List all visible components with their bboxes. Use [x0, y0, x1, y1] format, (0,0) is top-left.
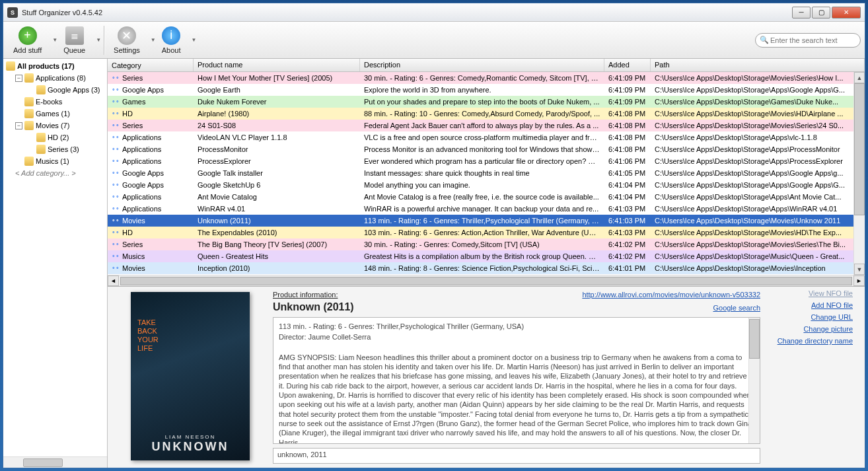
add-category-label: < Add category... > — [15, 169, 76, 177]
tree-item[interactable]: HD (2) — [3, 131, 107, 143]
table-row[interactable]: ∘∘Series24 S01-S08Federal Agent Jack Bau… — [108, 120, 865, 131]
main-column: Category Product name Description Added … — [108, 59, 865, 468]
settings-label: Settings — [114, 46, 140, 54]
detail-panel: TAKE BACK YOUR LIFE LIAM NEESON UNKNOWN … — [108, 286, 865, 468]
maximize-button[interactable]: ▢ — [812, 7, 830, 18]
body-area: All products (17) −Applications (8)Googl… — [3, 59, 865, 468]
table-row[interactable]: ∘∘ApplicationsWinRAR v4.01WinRAR is a po… — [108, 203, 865, 215]
settings-dropdown-icon[interactable]: ▼ — [151, 37, 156, 43]
cell-category: Google Apps — [122, 86, 164, 94]
tree-item[interactable]: Series (3) — [3, 143, 107, 155]
cell-path: C:\Users\Ice Apps\Desktop\Storage\Movies… — [651, 122, 865, 129]
row-icon: ∘∘ — [112, 110, 120, 117]
cell-path: C:\Users\Ice Apps\Desktop\Storage\Movies… — [651, 217, 865, 225]
table-row[interactable]: ∘∘GamesDuke Nukem ForeverPut on your sha… — [108, 96, 865, 108]
table-row[interactable]: ∘∘ApplicationsProcessExplorerEver wonder… — [108, 155, 865, 167]
tree-item[interactable]: Musics (1) — [3, 155, 107, 167]
table-row[interactable]: ∘∘ApplicationsProcessMonitorProcess Moni… — [108, 143, 865, 155]
add-stuff-button[interactable]: + Add stuff — [7, 24, 48, 56]
tree-item[interactable]: E-books — [3, 96, 107, 108]
table-row[interactable]: ∘∘SeriesThe Big Bang Theory [TV Series] … — [108, 238, 865, 250]
cell-added: 6:41:09 PM — [604, 86, 651, 94]
grid-hscrollbar[interactable]: ◄► — [108, 275, 865, 286]
tree-item[interactable]: Games (1) — [3, 108, 107, 120]
col-path[interactable]: Path — [651, 59, 865, 71]
col-product[interactable]: Product name — [194, 59, 360, 71]
table-row[interactable]: ∘∘MoviesInception (2010)148 min. - Ratin… — [108, 262, 865, 274]
col-added[interactable]: Added — [604, 59, 651, 71]
table-row[interactable]: ∘∘HDThe Expendables (2010)103 min. - Rat… — [108, 227, 865, 238]
add-nfo-link[interactable]: Add NFO file — [811, 301, 853, 309]
cell-added: 6:41:09 PM — [604, 74, 651, 82]
sidebar-scrollbar[interactable] — [3, 456, 107, 468]
cell-category: Movies — [122, 264, 145, 272]
search-input[interactable] — [770, 34, 855, 47]
cell-category: Google Apps — [122, 181, 164, 189]
expander-icon[interactable]: − — [15, 75, 22, 82]
product-url[interactable]: http://www.allrovi.com/movies/movie/unkn… — [582, 291, 760, 299]
tree-item[interactable]: Google Apps (3) — [3, 84, 107, 96]
queue-button[interactable]: ≣ Queue — [57, 24, 91, 56]
folder-icon — [24, 109, 34, 118]
table-row[interactable]: ∘∘SeriesHow I Met Your Mother [TV Series… — [108, 72, 865, 84]
titlebar: S Stuff Organizer v0.4.5.42 ─ ▢ ✕ — [3, 3, 865, 22]
about-label: About — [162, 46, 181, 54]
col-description[interactable]: Description — [360, 59, 604, 71]
grid-vscrollbar[interactable]: ▲▼ — [853, 72, 865, 275]
google-search-link[interactable]: Google search — [713, 304, 760, 312]
cell-product: Google Talk installer — [194, 169, 360, 177]
add-category[interactable]: < Add category... > — [3, 167, 107, 179]
about-dropdown-icon[interactable]: ▼ — [192, 37, 197, 43]
minimize-button[interactable]: ─ — [792, 7, 811, 18]
table-row[interactable]: ∘∘HDAirplane! (1980)88 min. - Rating: 10… — [108, 108, 865, 120]
tree-item[interactable]: −Movies (7) — [3, 120, 107, 131]
detail-meta2: Director: Jaume Collet-Serra — [279, 332, 754, 342]
folder-icon — [36, 133, 46, 142]
tree-item-label: E-books — [36, 98, 62, 106]
cell-added: 6:41:04 PM — [604, 181, 651, 189]
cell-path: C:\Users\Ice Apps\Desktop\Storage\Movies… — [651, 264, 865, 272]
cell-category: Musics — [122, 252, 145, 260]
change-url-link[interactable]: Change URL — [811, 313, 853, 321]
table-row[interactable]: ∘∘Google AppsGoogle SketchUp 6Model anyt… — [108, 179, 865, 191]
cell-description: VLC is a free and open source cross-plat… — [360, 133, 604, 141]
cell-path: C:\Users\Ice Apps\Desktop\Storage\Apps\v… — [651, 133, 865, 141]
description-box[interactable]: 113 min. - Rating: 6 - Genres: Thriller,… — [273, 317, 760, 444]
table-row[interactable]: ∘∘Google AppsGoogle Talk installerInstan… — [108, 167, 865, 179]
cell-added: 6:41:01 PM — [604, 264, 651, 272]
table-row[interactable]: ∘∘ApplicationsVideoLAN VLC Player 1.1.8V… — [108, 131, 865, 143]
tree-item-label: HD (2) — [48, 133, 69, 141]
about-button[interactable]: i About — [156, 24, 187, 56]
col-category[interactable]: Category — [108, 59, 194, 71]
queue-dropdown-icon[interactable]: ▼ — [96, 37, 101, 43]
description-scrollbar[interactable] — [748, 318, 760, 443]
table-row[interactable]: ∘∘MusicsQueen - Greatest HitsGreatest Hi… — [108, 250, 865, 262]
tree-root[interactable]: All products (17) — [3, 60, 107, 72]
queue-label: Queue — [63, 46, 85, 54]
cell-product: Ant Movie Catalog — [194, 193, 360, 201]
table-row[interactable]: ∘∘ApplicationsAnt Movie CatalogAnt Movie… — [108, 191, 865, 203]
poster-area: TAKE BACK YOUR LIFE LIAM NEESON UNKNOWN — [108, 287, 273, 468]
cell-category: Applications — [122, 133, 161, 141]
add-dropdown-icon[interactable]: ▼ — [52, 37, 57, 43]
cell-description: 103 min. - Rating: 6 - Genres: Action,Ac… — [360, 229, 604, 236]
cell-description: Put on your shades and prepare to step i… — [360, 98, 604, 106]
settings-button[interactable]: ✕ Settings — [108, 24, 146, 56]
change-picture-link[interactable]: Change picture — [803, 325, 853, 333]
cell-added: 6:41:05 PM — [604, 169, 651, 177]
cell-path: C:\Users\Ice Apps\Desktop\Storage\Movies… — [651, 229, 865, 236]
close-button[interactable]: ✕ — [832, 7, 861, 18]
row-icon: ∘∘ — [112, 170, 120, 176]
cell-path: C:\Users\Ice Apps\Desktop\Storage\Apps\P… — [651, 157, 865, 165]
tree-item[interactable]: −Applications (8) — [3, 72, 107, 84]
row-icon: ∘∘ — [112, 134, 120, 141]
cell-description: 30 min. - Rating: 6 - Genres: Comedy,Rom… — [360, 74, 604, 82]
expander-icon[interactable]: − — [15, 122, 22, 129]
cell-category: Applications — [122, 205, 161, 213]
view-nfo-link[interactable]: View NFO file — [809, 289, 853, 297]
table-row[interactable]: ∘∘MoviesUnknown (2011)113 min. - Rating:… — [108, 215, 865, 227]
change-directory-link[interactable]: Change directory name — [778, 337, 853, 345]
table-row[interactable]: ∘∘Google AppsGoogle EarthExplore the wor… — [108, 84, 865, 96]
cell-added: 6:41:08 PM — [604, 122, 651, 129]
tags-box[interactable]: unknown, 2011 — [273, 448, 760, 464]
